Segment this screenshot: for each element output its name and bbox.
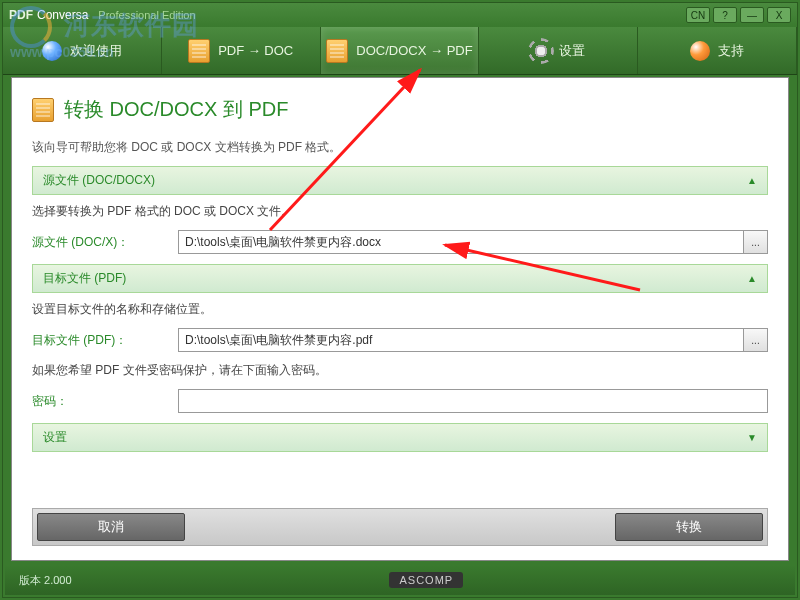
version-text: 版本 2.000 [19, 573, 72, 588]
password-label: 密码： [32, 393, 168, 410]
tab-label: 设置 [559, 42, 585, 60]
language-button[interactable]: CN [686, 7, 710, 23]
target-section-body: 设置目标文件的名称和存储位置。 目标文件 (PDF)： ... 如果您希望 PD… [32, 301, 768, 413]
tab-support[interactable]: 支持 [638, 27, 797, 74]
target-section-header[interactable]: 目标文件 (PDF) ▲ [32, 264, 768, 293]
source-file-input[interactable] [178, 230, 744, 254]
title-part2: Conversa [37, 8, 88, 22]
page-title: 转换 DOC/DOCX 到 PDF [32, 96, 768, 123]
section-title: 目标文件 (PDF) [43, 270, 126, 287]
title-part1: PDF [9, 8, 33, 22]
document-icon [326, 39, 348, 63]
settings-section-header[interactable]: 设置 ▼ [32, 423, 768, 452]
minimize-button[interactable]: — [740, 7, 764, 23]
cancel-button[interactable]: 取消 [37, 513, 185, 541]
brand-badge: ASCOMP [389, 572, 463, 588]
convert-button[interactable]: 转换 [615, 513, 763, 541]
globe-icon [42, 41, 62, 61]
main-panel: 转换 DOC/DOCX 到 PDF 该向导可帮助您将 DOC 或 DOCX 文档… [11, 77, 789, 561]
source-desc: 选择要转换为 PDF 格式的 DOC 或 DOCX 文件。 [32, 203, 768, 220]
tab-label: 支持 [718, 42, 744, 60]
window-controls: CN ? — X [686, 7, 791, 23]
status-bar: 版本 2.000 ASCOMP [5, 565, 795, 595]
target-file-label: 目标文件 (PDF)： [32, 332, 168, 349]
browse-target-button[interactable]: ... [744, 328, 768, 352]
title-edition: Professional Edition [98, 9, 195, 21]
section-title: 设置 [43, 429, 67, 446]
password-input[interactable] [178, 389, 768, 413]
source-section-header[interactable]: 源文件 (DOC/DOCX) ▲ [32, 166, 768, 195]
password-row: 密码： [32, 389, 768, 413]
section-title: 源文件 (DOC/DOCX) [43, 172, 155, 189]
tab-settings[interactable]: 设置 [479, 27, 638, 74]
tab-label: DOC/DOCX → PDF [356, 43, 472, 58]
page-help-text: 该向导可帮助您将 DOC 或 DOCX 文档转换为 PDF 格式。 [32, 139, 768, 156]
gear-icon [531, 41, 551, 61]
titlebar: PDF Conversa Professional Edition CN ? —… [3, 3, 797, 27]
document-icon [188, 39, 210, 63]
source-section-body: 选择要转换为 PDF 格式的 DOC 或 DOCX 文件。 源文件 (DOC/X… [32, 203, 768, 254]
tab-pdf-to-doc[interactable]: PDF → DOC [162, 27, 321, 74]
password-desc: 如果您希望 PDF 文件受密码保护，请在下面输入密码。 [32, 362, 768, 379]
target-desc: 设置目标文件的名称和存储位置。 [32, 301, 768, 318]
chevron-up-icon: ▲ [747, 175, 757, 186]
help-button[interactable]: ? [713, 7, 737, 23]
lifebuoy-icon [690, 41, 710, 61]
target-file-input[interactable] [178, 328, 744, 352]
browse-source-button[interactable]: ... [744, 230, 768, 254]
source-file-label: 源文件 (DOC/X)： [32, 234, 168, 251]
chevron-down-icon: ▼ [747, 432, 757, 443]
chevron-up-icon: ▲ [747, 273, 757, 284]
target-file-row: 目标文件 (PDF)： ... [32, 328, 768, 352]
button-bar: 取消 转换 [32, 508, 768, 546]
tab-doc-to-pdf[interactable]: DOC/DOCX → PDF [321, 27, 480, 74]
close-button[interactable]: X [767, 7, 791, 23]
tab-label: PDF → DOC [218, 43, 293, 58]
app-window: PDF Conversa Professional Edition CN ? —… [2, 2, 798, 598]
tab-welcome[interactable]: 欢迎使用 [3, 27, 162, 74]
source-file-row: 源文件 (DOC/X)： ... [32, 230, 768, 254]
tab-label: 欢迎使用 [70, 42, 122, 60]
page-heading-text: 转换 DOC/DOCX 到 PDF [64, 96, 288, 123]
tab-bar: 欢迎使用 PDF → DOC DOC/DOCX → PDF 设置 支持 [3, 27, 797, 75]
app-title: PDF Conversa Professional Edition [9, 8, 686, 22]
document-icon [32, 98, 54, 122]
